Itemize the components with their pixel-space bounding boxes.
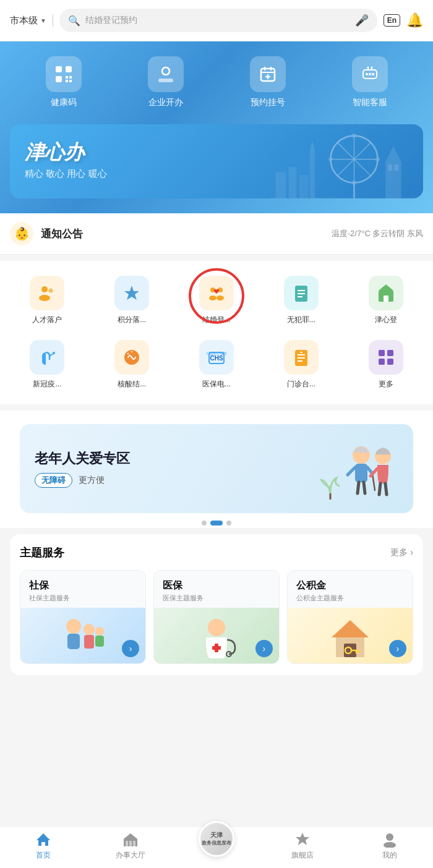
marriage-icon-box	[199, 276, 234, 310]
covid-label: 新冠疫...	[33, 379, 61, 389]
appointment-label: 预约挂号	[251, 97, 285, 108]
svg-point-34	[328, 157, 333, 161]
svg-rect-92	[67, 634, 80, 649]
medical-arrow-icon[interactable]: ›	[255, 640, 273, 657]
notice-bar[interactable]: 👶 通知公告 温度-2/7°C 多云转阴 东风	[0, 213, 433, 255]
svg-point-49	[39, 295, 50, 301]
svg-point-93	[84, 624, 95, 635]
svg-line-84	[372, 474, 375, 490]
svg-rect-111	[126, 841, 128, 846]
svg-rect-39	[388, 164, 392, 171]
svg-rect-77	[379, 359, 385, 365]
nav-mine-label: 我的	[382, 850, 397, 861]
search-placeholder: 结婚登记预约	[85, 15, 350, 26]
svg-text:中国医疗保障: 中国医疗保障	[207, 351, 226, 355]
elderly-subtitle-wrap: 无障碍 更方便	[35, 473, 130, 488]
theme-cards-row: 社保 社保主题服务 › 医保 医保主题服务	[20, 570, 413, 664]
nav-center-tianjin[interactable]: 天津政务信息发布	[199, 835, 234, 858]
service-item-more[interactable]: 更多	[343, 335, 428, 394]
mic-icon[interactable]: 🎤	[355, 14, 369, 27]
svg-point-115	[386, 833, 393, 841]
svg-point-48	[49, 289, 53, 293]
nav-hall[interactable]: 办事大厅	[112, 832, 149, 861]
theme-more-link[interactable]: 更多 ›	[390, 547, 413, 558]
svg-line-85	[358, 482, 359, 493]
svg-point-47	[41, 286, 48, 292]
talent-icon-box	[30, 276, 64, 310]
medical-label: 医保电...	[202, 379, 231, 389]
service-item-talent[interactable]: 人才落户	[5, 271, 90, 330]
home-icon	[35, 832, 51, 848]
search-icon: 🔍	[68, 15, 80, 27]
covid-icon-box	[30, 340, 64, 375]
theme-card-fund[interactable]: 公积金 公积金主题服务 ›	[287, 570, 413, 664]
quick-icon-appointment[interactable]: 预约挂号	[250, 56, 286, 108]
svg-rect-41	[276, 172, 286, 198]
quick-icons-row: 健康码 企业开办	[0, 41, 433, 118]
elderly-banner[interactable]: 老年人关爱专区 无障碍 更方便	[20, 424, 413, 513]
svg-rect-75	[379, 350, 385, 356]
svg-point-95	[95, 627, 104, 636]
search-bar[interactable]: 🔍 结婚登记预约 🎤	[59, 9, 377, 32]
location-label: 市本级	[10, 15, 38, 27]
svg-rect-7	[57, 67, 61, 71]
svg-point-20	[366, 73, 368, 75]
location-selector[interactable]: 市本级 ▼	[10, 15, 46, 27]
svg-marker-45	[310, 141, 315, 151]
nav-flagship[interactable]: 旗舰店	[284, 832, 321, 861]
svg-point-91	[66, 619, 81, 634]
elderly-title: 老年人关爱专区	[35, 449, 130, 468]
hero-section: 健康码 企业开办	[0, 41, 433, 213]
svg-marker-60	[379, 284, 393, 291]
svg-line-90	[385, 483, 387, 495]
banner-card: 津心办 精心 敬心 用心 暖心	[10, 124, 423, 198]
dot-1	[202, 521, 207, 525]
fund-arrow-icon[interactable]: ›	[389, 640, 406, 657]
service-item-nocrime[interactable]: 无犯罪...	[259, 271, 343, 330]
banner-dots	[10, 521, 423, 525]
notification-bell-icon[interactable]: 🔔	[406, 12, 423, 28]
service-item-outpatient[interactable]: 门诊台...	[259, 335, 343, 394]
svg-marker-114	[296, 833, 309, 845]
quick-icon-ai[interactable]: 智能客服	[352, 56, 388, 108]
svg-point-25	[367, 67, 369, 69]
service-item-covid[interactable]: 新冠疫...	[5, 335, 90, 394]
elderly-tag: 无障碍	[35, 473, 72, 488]
quick-icon-health[interactable]: 健康码	[46, 56, 82, 108]
theme-card-social[interactable]: 社保 社保主题服务 ›	[20, 570, 146, 664]
svg-rect-112	[129, 841, 132, 846]
theme-card-medical[interactable]: 医保 医保主题服务 ›	[153, 570, 280, 664]
appointment-icon-box	[250, 56, 286, 92]
service-item-nucleic[interactable]: 核酸结...	[90, 335, 174, 394]
service-item-marriage[interactable]: 结婚登...	[174, 271, 259, 330]
svg-point-32	[352, 134, 356, 138]
theme-card-medical-img: ›	[154, 608, 279, 663]
svg-rect-96	[95, 636, 104, 647]
svg-rect-8	[67, 67, 71, 71]
social-arrow-icon[interactable]: ›	[122, 640, 139, 657]
nucleic-label: 核酸结...	[118, 379, 146, 389]
service-item-jxin[interactable]: 津心登	[343, 271, 428, 330]
svg-point-54	[216, 296, 224, 300]
top-bar: 市本级 ▼ 🔍 结婚登记预约 🎤 En 🔔	[0, 0, 433, 41]
svg-rect-5	[66, 80, 68, 82]
more-icon-box	[369, 340, 403, 375]
banner-section: 津心办 精心 敬心 用心 暖心	[0, 118, 433, 213]
theme-card-social-img: ›	[20, 608, 145, 663]
language-toggle[interactable]: En	[384, 14, 400, 27]
nav-center-circle: 天津政务信息发布	[199, 821, 234, 857]
svg-point-97	[208, 619, 225, 636]
theme-header: 主题服务 更多 ›	[20, 545, 413, 560]
svg-rect-113	[133, 841, 135, 846]
outpatient-label: 门诊台...	[287, 379, 315, 389]
elderly-text: 老年人关爱专区 无障碍 更方便	[35, 449, 130, 488]
service-item-medical[interactable]: CHS 中国医疗保障 医保电...	[174, 335, 259, 394]
nav-mine[interactable]: 我的	[371, 832, 408, 861]
mine-icon	[382, 832, 398, 848]
nav-home[interactable]: 首页	[25, 832, 62, 861]
svg-rect-40	[395, 164, 399, 171]
svg-marker-101	[332, 620, 369, 637]
service-item-points[interactable]: 积分落...	[90, 271, 174, 330]
quick-icon-business[interactable]: 企业开办	[148, 56, 184, 108]
elderly-illustration	[318, 438, 398, 500]
